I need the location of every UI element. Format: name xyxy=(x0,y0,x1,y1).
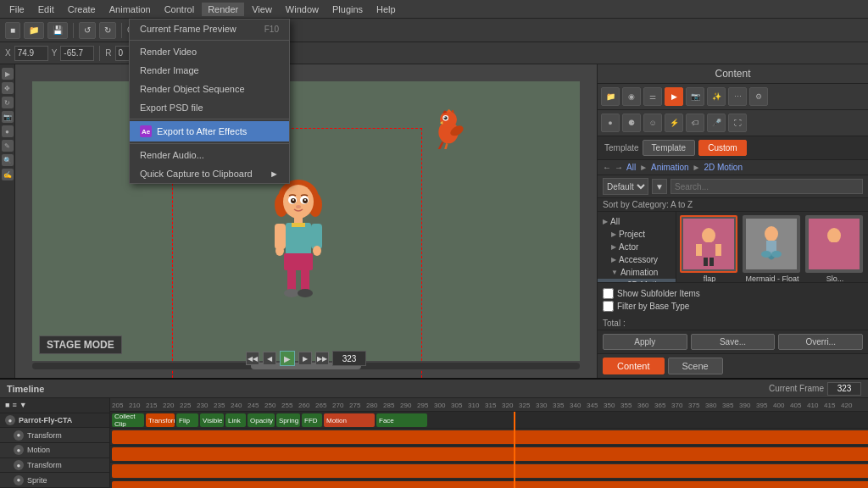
tool-camera[interactable]: 📷 xyxy=(2,111,14,123)
panel-icon-more[interactable]: ⋯ xyxy=(728,87,747,106)
toolbar-redo[interactable]: ↻ xyxy=(99,22,116,39)
tl-btn1[interactable]: ■ xyxy=(5,401,9,409)
play-button[interactable]: ▶ xyxy=(280,351,295,366)
panel-icon-camera[interactable]: 📷 xyxy=(686,87,704,106)
menu-render-audio[interactable]: Render Audio... xyxy=(130,146,289,164)
content-search-input[interactable] xyxy=(670,179,863,194)
default-select[interactable]: Default xyxy=(603,178,648,195)
clip-transform-full[interactable] xyxy=(112,430,868,444)
x-input[interactable] xyxy=(14,46,48,61)
thumb-flap-img[interactable] xyxy=(680,215,737,273)
template-button[interactable]: Template xyxy=(643,140,696,156)
panel-icon2-tag[interactable]: 🏷 xyxy=(686,114,704,132)
thumb-slo[interactable]: Slo... xyxy=(805,215,865,282)
clip-transform2-full[interactable] xyxy=(112,464,868,478)
clip-flip[interactable]: Flip xyxy=(176,413,198,427)
tree-accessory[interactable]: ▶ Accessory xyxy=(598,253,676,266)
panel-icon-bone[interactable]: ⚌ xyxy=(643,87,662,106)
nav-forward[interactable]: → xyxy=(615,163,623,172)
clip-spring[interactable]: Spring xyxy=(276,413,300,427)
menu-render-object-seq[interactable]: Render Object Sequence xyxy=(130,80,289,98)
panel-icon2-body[interactable]: ⚈ xyxy=(622,114,641,132)
clip-sprite-full[interactable] xyxy=(112,481,868,488)
nav-2dmotion[interactable]: 2D Motion xyxy=(704,163,743,172)
tree-animation[interactable]: ▼ Animation xyxy=(598,266,676,279)
clip-face[interactable]: Face xyxy=(376,413,427,427)
clip-motion-full[interactable] xyxy=(112,447,868,461)
play-start[interactable]: ◀◀ xyxy=(246,352,259,365)
play-next[interactable]: ▶ xyxy=(298,352,312,365)
tree-actor[interactable]: ▶ Actor xyxy=(598,241,676,253)
tree-project[interactable]: ▶ Project xyxy=(598,228,676,241)
toolbar-new[interactable]: ■ xyxy=(5,22,20,39)
thumb-flap[interactable]: flap xyxy=(680,215,739,282)
menu-file[interactable]: File xyxy=(3,3,31,16)
tl-parrot-close[interactable]: ● xyxy=(5,415,15,425)
panel-icon2-wave[interactable]: 🎤 xyxy=(707,114,726,132)
nav-back[interactable]: ← xyxy=(603,163,611,172)
menu-animation[interactable]: Animation xyxy=(103,3,157,16)
tool-hand[interactable]: ✍ xyxy=(2,169,14,180)
menu-create[interactable]: Create xyxy=(62,3,102,16)
panel-icon2-record[interactable]: ● xyxy=(601,114,620,132)
clip-ffd[interactable]: FFD xyxy=(302,413,322,427)
tl-transform1-close[interactable]: ● xyxy=(14,430,24,441)
search-toggle[interactable]: ▼ xyxy=(652,179,667,194)
menu-help[interactable]: Help xyxy=(370,3,402,16)
toolbar-save[interactable]: 💾 xyxy=(47,22,68,39)
clip-motion-main[interactable]: Motion xyxy=(324,413,375,427)
tl-motion-close[interactable]: ● xyxy=(14,445,24,455)
menu-edit[interactable]: Edit xyxy=(32,3,60,16)
menu-render[interactable]: Render xyxy=(202,3,244,16)
save-button[interactable]: Save... xyxy=(691,334,776,350)
panel-icon-fx[interactable]: ✨ xyxy=(707,87,726,106)
menu-view[interactable]: View xyxy=(246,3,278,16)
menu-quick-capture[interactable]: Quick Capture to Clipboard ► xyxy=(130,164,289,183)
y-input[interactable] xyxy=(60,46,94,61)
panel-icon-anim[interactable]: ▶ xyxy=(665,87,683,106)
scene-tab[interactable]: Scene xyxy=(668,358,723,374)
thumb-mermaid-img[interactable] xyxy=(743,215,800,273)
panel-icon-settings[interactable]: ⚙ xyxy=(749,87,768,106)
clip-visible[interactable]: Visible xyxy=(200,413,224,427)
menu-window[interactable]: Window xyxy=(280,3,325,16)
panel-icon-folder[interactable]: 📁 xyxy=(601,87,620,106)
play-end[interactable]: ▶▶ xyxy=(315,352,329,365)
menu-current-frame-preview[interactable]: Current Frame Preview F10 xyxy=(130,19,289,38)
panel-icon-puppet[interactable]: ◉ xyxy=(622,87,641,106)
tool-rotate[interactable]: ↻ xyxy=(2,97,14,108)
content-tab[interactable]: Content xyxy=(603,358,665,374)
menu-export-ae[interactable]: Ae Export to After Effects xyxy=(130,121,289,141)
tool-pin[interactable]: ● xyxy=(2,125,14,137)
menu-render-video[interactable]: Render Video xyxy=(130,42,289,61)
thumb-slo-img[interactable] xyxy=(805,215,863,273)
nav-animation[interactable]: Animation xyxy=(651,163,688,172)
tl-transform2-close[interactable]: ● xyxy=(14,460,24,470)
clip-collect[interactable]: Collect Clip xyxy=(112,413,144,427)
override-button[interactable]: Overri... xyxy=(778,334,863,350)
menu-plugins[interactable]: Plugins xyxy=(326,3,369,16)
menu-export-psd[interactable]: Export PSD file xyxy=(130,98,289,117)
subfolder-checkbox[interactable] xyxy=(603,288,614,299)
tool-transform[interactable]: ✥ xyxy=(2,82,14,94)
panel-icon2-face[interactable]: ☺ xyxy=(643,114,662,132)
current-frame-input[interactable] xyxy=(827,382,861,396)
toolbar-open[interactable]: 📁 xyxy=(24,22,44,39)
frame-input[interactable] xyxy=(332,351,366,366)
nav-all[interactable]: All xyxy=(626,163,636,172)
tl-sprite-close[interactable]: ● xyxy=(14,475,24,485)
filter-checkbox[interactable] xyxy=(603,301,614,312)
toolbar-undo[interactable]: ↺ xyxy=(79,22,96,39)
tree-all[interactable]: ▶ All xyxy=(598,215,676,228)
panel-icon2-trigger[interactable]: ⚡ xyxy=(665,114,683,132)
apply-button[interactable]: Apply xyxy=(603,334,687,350)
tl-btn3[interactable]: ▼ xyxy=(19,401,27,409)
clip-transform[interactable]: Transform xyxy=(146,413,175,427)
menu-control[interactable]: Control xyxy=(159,3,200,16)
panel-icon2-props[interactable]: ⛶ xyxy=(728,114,747,132)
tool-zoom[interactable]: 🔍 xyxy=(2,154,14,166)
clip-opacity[interactable]: Opacity xyxy=(248,413,275,427)
tl-btn2[interactable]: ≡ xyxy=(12,401,16,409)
menu-render-image[interactable]: Render Image xyxy=(130,61,289,80)
clip-link[interactable]: Link xyxy=(225,413,246,427)
